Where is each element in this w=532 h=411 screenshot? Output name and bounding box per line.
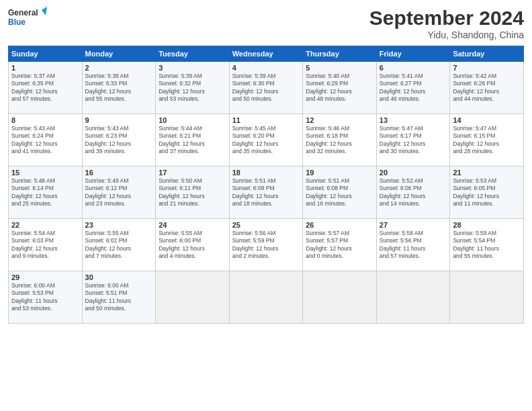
- title-block: September 2024 Yidu, Shandong, China: [369, 7, 524, 40]
- col-header-sunday: Sunday: [9, 46, 83, 62]
- day-number: 27: [380, 221, 447, 229]
- calendar-cell: 26Sunrise: 5:57 AM Sunset: 5:57 PM Dayli…: [303, 219, 377, 271]
- cell-content: Sunrise: 5:47 AM Sunset: 6:17 PM Dayligh…: [380, 125, 447, 156]
- col-header-friday: Friday: [376, 46, 450, 62]
- calendar-cell: [303, 271, 377, 324]
- calendar-cell: 20Sunrise: 5:52 AM Sunset: 6:06 PM Dayli…: [376, 167, 450, 219]
- calendar-cell: 8Sunrise: 5:43 AM Sunset: 6:24 PM Daylig…: [9, 114, 83, 167]
- calendar-cell: [229, 271, 303, 324]
- calendar-cell: 11Sunrise: 5:45 AM Sunset: 6:20 PM Dayli…: [229, 114, 303, 167]
- cell-content: Sunrise: 6:00 AM Sunset: 5:53 PM Dayligh…: [11, 282, 79, 313]
- cell-content: Sunrise: 5:54 AM Sunset: 6:03 PM Dayligh…: [11, 230, 79, 261]
- col-header-wednesday: Wednesday: [229, 46, 303, 62]
- cell-content: Sunrise: 5:39 AM Sunset: 6:30 PM Dayligh…: [232, 73, 300, 103]
- cell-content: Sunrise: 5:41 AM Sunset: 6:27 PM Dayligh…: [380, 73, 447, 103]
- calendar-cell: 14Sunrise: 5:47 AM Sunset: 6:15 PM Dayli…: [450, 114, 524, 167]
- header: GeneralBlue September 2024 Yidu, Shandon…: [8, 7, 524, 40]
- day-number: 11: [232, 116, 300, 124]
- svg-marker-2: [42, 7, 47, 15]
- calendar-cell: 25Sunrise: 5:56 AM Sunset: 5:59 PM Dayli…: [229, 219, 303, 271]
- day-number: 8: [11, 116, 79, 124]
- day-number: 3: [159, 64, 226, 72]
- calendar-cell: 5Sunrise: 5:40 AM Sunset: 6:29 PM Daylig…: [303, 62, 377, 114]
- calendar-cell: 17Sunrise: 5:50 AM Sunset: 6:11 PM Dayli…: [156, 167, 230, 219]
- day-number: 24: [159, 221, 226, 229]
- logo: GeneralBlue: [8, 7, 48, 28]
- cell-content: Sunrise: 5:56 AM Sunset: 5:59 PM Dayligh…: [232, 230, 300, 261]
- calendar-cell: 29Sunrise: 6:00 AM Sunset: 5:53 PM Dayli…: [9, 271, 83, 324]
- calendar-cell: [376, 271, 450, 324]
- col-header-monday: Monday: [82, 46, 156, 62]
- cell-content: Sunrise: 5:42 AM Sunset: 6:26 PM Dayligh…: [453, 73, 521, 103]
- calendar-header-row: SundayMondayTuesdayWednesdayThursdayFrid…: [9, 46, 524, 62]
- day-number: 20: [380, 169, 447, 177]
- cell-content: Sunrise: 5:40 AM Sunset: 6:29 PM Dayligh…: [306, 73, 373, 103]
- day-number: 4: [232, 64, 300, 72]
- day-number: 30: [85, 273, 153, 281]
- cell-content: Sunrise: 5:45 AM Sunset: 6:20 PM Dayligh…: [232, 125, 300, 156]
- calendar-cell: 15Sunrise: 5:48 AM Sunset: 6:14 PM Dayli…: [9, 167, 83, 219]
- cell-content: Sunrise: 5:55 AM Sunset: 6:00 PM Dayligh…: [159, 230, 226, 261]
- cell-content: Sunrise: 5:55 AM Sunset: 6:02 PM Dayligh…: [85, 230, 153, 261]
- calendar-cell: 30Sunrise: 6:00 AM Sunset: 5:51 PM Dayli…: [82, 271, 156, 324]
- week-row-1: 1Sunrise: 5:37 AM Sunset: 6:35 PM Daylig…: [9, 62, 524, 114]
- cell-content: Sunrise: 5:49 AM Sunset: 6:12 PM Dayligh…: [85, 177, 153, 208]
- cell-content: Sunrise: 5:57 AM Sunset: 5:57 PM Dayligh…: [306, 230, 373, 261]
- calendar-cell: [156, 271, 230, 324]
- day-number: 21: [453, 169, 521, 177]
- day-number: 13: [380, 116, 447, 124]
- day-number: 6: [380, 64, 447, 72]
- day-number: 14: [453, 116, 521, 124]
- cell-content: Sunrise: 5:58 AM Sunset: 5:56 PM Dayligh…: [380, 230, 447, 261]
- calendar-cell: 18Sunrise: 5:51 AM Sunset: 6:09 PM Dayli…: [229, 167, 303, 219]
- cell-content: Sunrise: 5:46 AM Sunset: 6:18 PM Dayligh…: [306, 125, 373, 156]
- cell-content: Sunrise: 5:51 AM Sunset: 6:08 PM Dayligh…: [306, 177, 373, 208]
- calendar-table: SundayMondayTuesdayWednesdayThursdayFrid…: [8, 46, 524, 324]
- col-header-tuesday: Tuesday: [156, 46, 230, 62]
- day-number: 28: [453, 221, 521, 229]
- cell-content: Sunrise: 5:43 AM Sunset: 6:23 PM Dayligh…: [85, 125, 153, 156]
- calendar-cell: 24Sunrise: 5:55 AM Sunset: 6:00 PM Dayli…: [156, 219, 230, 271]
- day-number: 17: [159, 169, 226, 177]
- calendar-cell: 23Sunrise: 5:55 AM Sunset: 6:02 PM Dayli…: [82, 219, 156, 271]
- calendar-cell: 22Sunrise: 5:54 AM Sunset: 6:03 PM Dayli…: [9, 219, 83, 271]
- day-number: 15: [11, 169, 79, 177]
- week-row-5: 29Sunrise: 6:00 AM Sunset: 5:53 PM Dayli…: [9, 271, 524, 324]
- calendar-cell: 1Sunrise: 5:37 AM Sunset: 6:35 PM Daylig…: [9, 62, 83, 114]
- month-title: September 2024: [369, 7, 524, 30]
- day-number: 19: [306, 169, 373, 177]
- cell-content: Sunrise: 5:59 AM Sunset: 5:54 PM Dayligh…: [453, 230, 521, 261]
- cell-content: Sunrise: 5:37 AM Sunset: 6:35 PM Dayligh…: [11, 73, 79, 103]
- cell-content: Sunrise: 5:53 AM Sunset: 6:05 PM Dayligh…: [453, 177, 521, 208]
- calendar-cell: 2Sunrise: 5:38 AM Sunset: 6:33 PM Daylig…: [82, 62, 156, 114]
- day-number: 7: [453, 64, 521, 72]
- cell-content: Sunrise: 5:47 AM Sunset: 6:15 PM Dayligh…: [453, 125, 521, 156]
- cell-content: Sunrise: 5:39 AM Sunset: 6:32 PM Dayligh…: [159, 73, 226, 103]
- cell-content: Sunrise: 5:48 AM Sunset: 6:14 PM Dayligh…: [11, 177, 79, 208]
- calendar-body: 1Sunrise: 5:37 AM Sunset: 6:35 PM Daylig…: [9, 62, 524, 324]
- calendar-cell: 21Sunrise: 5:53 AM Sunset: 6:05 PM Dayli…: [450, 167, 524, 219]
- day-number: 2: [85, 64, 153, 72]
- calendar-cell: 4Sunrise: 5:39 AM Sunset: 6:30 PM Daylig…: [229, 62, 303, 114]
- calendar-cell: 27Sunrise: 5:58 AM Sunset: 5:56 PM Dayli…: [376, 219, 450, 271]
- day-number: 23: [85, 221, 153, 229]
- col-header-saturday: Saturday: [450, 46, 524, 62]
- day-number: 18: [232, 169, 300, 177]
- day-number: 25: [232, 221, 300, 229]
- week-row-4: 22Sunrise: 5:54 AM Sunset: 6:03 PM Dayli…: [9, 219, 524, 271]
- location-subtitle: Yidu, Shandong, China: [369, 30, 524, 40]
- day-number: 22: [11, 221, 79, 229]
- day-number: 9: [85, 116, 153, 124]
- col-header-thursday: Thursday: [303, 46, 377, 62]
- svg-text:Blue: Blue: [8, 17, 26, 27]
- cell-content: Sunrise: 6:00 AM Sunset: 5:51 PM Dayligh…: [85, 282, 153, 313]
- svg-text:General: General: [8, 8, 38, 17]
- day-number: 29: [11, 273, 79, 281]
- cell-content: Sunrise: 5:52 AM Sunset: 6:06 PM Dayligh…: [380, 177, 447, 208]
- calendar-cell: [450, 271, 524, 324]
- cell-content: Sunrise: 5:43 AM Sunset: 6:24 PM Dayligh…: [11, 125, 79, 156]
- calendar-cell: 10Sunrise: 5:44 AM Sunset: 6:21 PM Dayli…: [156, 114, 230, 167]
- calendar-cell: 13Sunrise: 5:47 AM Sunset: 6:17 PM Dayli…: [376, 114, 450, 167]
- week-row-2: 8Sunrise: 5:43 AM Sunset: 6:24 PM Daylig…: [9, 114, 524, 167]
- calendar-cell: 7Sunrise: 5:42 AM Sunset: 6:26 PM Daylig…: [450, 62, 524, 114]
